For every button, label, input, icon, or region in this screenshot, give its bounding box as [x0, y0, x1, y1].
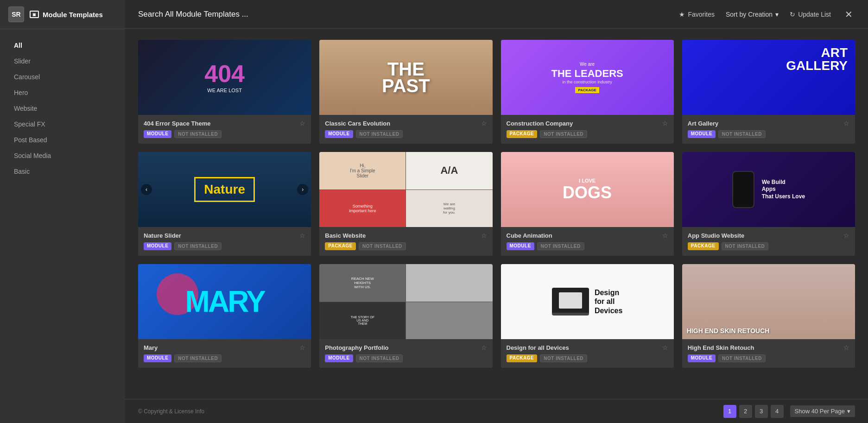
template-status-tag: NOT INSTALLED: [540, 354, 587, 362]
template-name: 404 Error Space Theme: [144, 120, 211, 127]
template-status-tag: NOT INSTALLED: [537, 242, 584, 250]
sidebar-item-all[interactable]: All: [0, 38, 125, 53]
template-name-row: High End Skin Retouch☆: [688, 344, 849, 351]
template-thumbnail: Nature ‹ ›: [138, 152, 311, 227]
template-card[interactable]: Designfor allDevices Design for all Devi…: [501, 264, 674, 368]
template-thumbnail: I LOVE DOGS: [501, 152, 674, 227]
template-name: Construction Company: [507, 120, 573, 127]
copyright-text: © Copyright & License Info: [138, 408, 204, 415]
template-status-tag: NOT INSTALLED: [359, 242, 406, 250]
template-card[interactable]: We BuildAppsThat Users Love App Studio W…: [682, 152, 855, 256]
template-favorite-star[interactable]: ☆: [299, 344, 305, 351]
template-tags: PACKAGENOT INSTALLED: [507, 130, 668, 138]
template-name: App Studio Website: [688, 232, 745, 239]
sidebar-item-carousel[interactable]: Carousel: [0, 69, 125, 85]
page-button-3[interactable]: 3: [755, 405, 768, 418]
template-favorite-star[interactable]: ☆: [843, 232, 849, 239]
template-favorite-star[interactable]: ☆: [662, 120, 668, 127]
carousel-next-arrow[interactable]: ›: [297, 184, 308, 195]
favorites-button[interactable]: ★ Favorites: [679, 11, 715, 18]
template-favorite-star[interactable]: ☆: [481, 120, 487, 127]
sidebar-item-hero[interactable]: Hero: [0, 85, 125, 101]
template-tags: PACKAGENOT INSTALLED: [325, 242, 487, 250]
template-type-tag: MODULE: [688, 354, 716, 362]
topbar: Search All Module Templates ... ★ Favori…: [125, 0, 868, 29]
topbar-actions: ★ Favorites Sort by Creation ▾ ↻ Update …: [679, 8, 855, 21]
template-card[interactable]: HIGH END SKIN RETOUCH High End Skin Reto…: [682, 264, 855, 368]
template-card[interactable]: REACH NEWHEIGHTSWITH US. THE STORY OFUS …: [319, 264, 492, 368]
template-grid-area: 404 WE ARE LOST 404 Error Space Theme☆MO…: [125, 29, 868, 391]
template-type-tag: MODULE: [507, 242, 534, 250]
template-card[interactable]: I LOVE DOGS Cube Animation☆MODULENOT INS…: [501, 152, 674, 256]
sidebar-item-social-media[interactable]: Social Media: [0, 148, 125, 164]
template-thumbnail: HIGH END SKIN RETOUCH: [682, 264, 855, 339]
template-favorite-star[interactable]: ☆: [299, 232, 305, 239]
carousel-prev-arrow[interactable]: ‹: [141, 184, 152, 195]
template-thumbnail: THEPAST: [319, 40, 492, 115]
template-thumbnail: We BuildAppsThat Users Love: [682, 152, 855, 227]
template-favorite-star[interactable]: ☆: [299, 120, 305, 127]
template-type-tag: PACKAGE: [325, 242, 356, 250]
per-page-button[interactable]: Show 40 Per Page ▾: [790, 405, 855, 417]
template-name-row: Cube Animation☆: [507, 232, 668, 239]
template-type-tag: PACKAGE: [507, 354, 538, 362]
template-card[interactable]: ARTGALLERY Art Gallery☆MODULENOT INSTALL…: [682, 40, 855, 144]
template-name: Basic Website: [325, 232, 366, 239]
sidebar-item-slider[interactable]: Slider: [0, 53, 125, 69]
template-status-tag: NOT INSTALLED: [718, 130, 766, 138]
app-logo: SR: [8, 6, 24, 22]
sidebar-item-post-based[interactable]: Post Based: [0, 132, 125, 148]
template-favorite-star[interactable]: ☆: [662, 344, 668, 351]
template-favorite-star[interactable]: ☆: [481, 232, 487, 239]
template-tags: MODULENOT INSTALLED: [325, 354, 487, 362]
template-name: Mary: [144, 344, 158, 351]
sidebar-title: ▣ Module Templates: [30, 11, 103, 19]
sidebar-item-special-fx[interactable]: Special FX: [0, 116, 125, 132]
template-tags: MODULENOT INSTALLED: [688, 130, 849, 138]
template-type-tag: MODULE: [144, 354, 171, 362]
template-name: Art Gallery: [688, 120, 718, 127]
template-card[interactable]: We are THE LEADERS in the construction i…: [501, 40, 674, 144]
page-button-4[interactable]: 4: [771, 405, 784, 418]
template-info: Cube Animation☆MODULENOT INSTALLED: [501, 227, 674, 256]
template-favorite-star[interactable]: ☆: [481, 344, 487, 351]
sidebar-item-website[interactable]: Website: [0, 101, 125, 116]
template-status-tag: NOT INSTALLED: [174, 130, 222, 138]
template-status-tag: NOT INSTALLED: [722, 242, 769, 250]
sidebar-item-basic[interactable]: Basic: [0, 164, 125, 179]
module-templates-icon: ▣: [30, 11, 39, 18]
template-card[interactable]: Nature ‹ › Nature Slider☆MODULENOT INSTA…: [138, 152, 311, 256]
template-card[interactable]: MARY Mary☆MODULENOT INSTALLED: [138, 264, 311, 368]
search-title: Search All Module Templates ...: [138, 10, 670, 19]
template-name-row: Design for all Devices☆: [507, 344, 668, 351]
template-favorite-star[interactable]: ☆: [662, 232, 668, 239]
template-card[interactable]: 404 WE ARE LOST 404 Error Space Theme☆MO…: [138, 40, 311, 144]
template-name-row: 404 Error Space Theme☆: [144, 120, 305, 127]
template-tags: PACKAGENOT INSTALLED: [507, 354, 668, 362]
page-button-2[interactable]: 2: [739, 405, 752, 418]
sidebar-nav: AllSliderCarouselHeroWebsiteSpecial FXPo…: [0, 29, 125, 423]
template-info: Photography Portfolio☆MODULENOT INSTALLE…: [319, 339, 492, 368]
template-favorite-star[interactable]: ☆: [843, 120, 849, 127]
template-info: Basic Website☆PACKAGENOT INSTALLED: [319, 227, 492, 256]
template-name: Design for all Devices: [507, 344, 569, 351]
sort-button[interactable]: Sort by Creation ▾: [726, 11, 779, 18]
template-card[interactable]: Hi,I'm a SimpleSlider A/A SomethingImpor…: [319, 152, 492, 256]
template-thumbnail: 404 WE ARE LOST: [138, 40, 311, 115]
template-name-row: App Studio Website☆: [688, 232, 849, 239]
template-tags: MODULENOT INSTALLED: [688, 354, 849, 362]
template-favorite-star[interactable]: ☆: [843, 344, 849, 351]
main-content: Search All Module Templates ... ★ Favori…: [125, 0, 868, 423]
sidebar-logo: SR ▣ Module Templates: [0, 0, 125, 29]
template-info: Classic Cars Evolution☆MODULENOT INSTALL…: [319, 115, 492, 144]
template-card[interactable]: THEPAST Classic Cars Evolution☆MODULENOT…: [319, 40, 492, 144]
template-name: Classic Cars Evolution: [325, 120, 390, 127]
template-thumbnail: ARTGALLERY: [682, 40, 855, 115]
page-button-1[interactable]: 1: [723, 405, 736, 418]
close-button[interactable]: ✕: [842, 8, 855, 21]
template-tags: PACKAGENOT INSTALLED: [688, 242, 849, 250]
template-info: Art Gallery☆MODULENOT INSTALLED: [682, 115, 855, 144]
refresh-icon: ↻: [790, 11, 795, 18]
template-info: Construction Company☆PACKAGENOT INSTALLE…: [501, 115, 674, 144]
update-list-button[interactable]: ↻ Update List: [790, 11, 831, 18]
